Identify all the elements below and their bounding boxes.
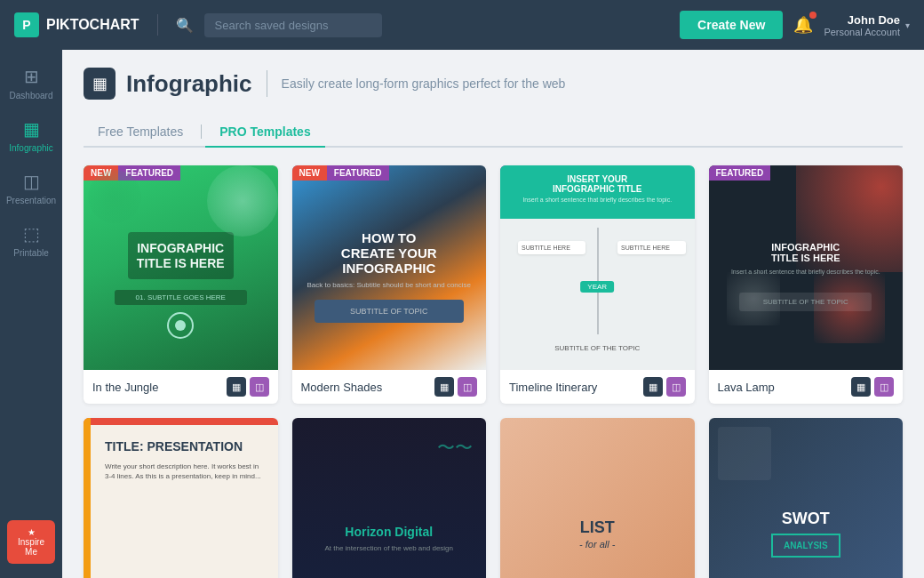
template-card-list[interactable]: LIST - for all - List For All ▦ ◫ xyxy=(500,418,695,578)
sidebar-label-printable: Printable xyxy=(13,248,48,258)
template-name-jungle: In the Jungle xyxy=(92,381,158,394)
inspire-me-button[interactable]: ★ Inspire Me xyxy=(7,520,55,564)
jungle-subtitle-bar: 01. SUBTITLE GOES HERE xyxy=(115,290,247,305)
timeline-year-badge: YEAR xyxy=(580,281,614,293)
infographic-action-btn2[interactable]: ▦ xyxy=(434,377,454,397)
list-subtitle-text: - for all - xyxy=(579,539,615,550)
jungle-dot xyxy=(175,320,186,331)
horizon-decoration: 〜〜 xyxy=(437,436,473,460)
presentation-action-btn3[interactable]: ◫ xyxy=(666,377,686,397)
infographic-action-btn[interactable]: ▦ xyxy=(227,377,246,397)
sidebar-item-infographic[interactable]: ▦ Infographic xyxy=(0,109,62,162)
timeline-header-sub: Insert a short sentence that briefly des… xyxy=(500,197,695,203)
template-card-swot[interactable]: SWOT ANALYSIS SWOT Analysis ▦ ◫ xyxy=(709,418,904,578)
jungle-thumb-content: INFOGRAPHICTITLE IS HERE 01. SUBTITLE GO… xyxy=(84,165,278,370)
page-type-icon: ▦ xyxy=(84,68,116,100)
template-thumb-horizon: 〜〜 Horizon Digital At the intersection o… xyxy=(292,418,487,578)
sidebar-item-presentation[interactable]: ◫ Presentation xyxy=(0,162,62,214)
lava-subtitle-box: SUBTITLE OF THE TOPIC xyxy=(739,293,872,311)
timeline-box1: SUBTITLE HERE xyxy=(518,241,585,254)
template-actions-timeline: ▦ ◫ xyxy=(643,377,686,397)
lava-subtitle: Insert a short sentence that briefly des… xyxy=(731,269,880,275)
page-title: Infographic xyxy=(126,70,252,98)
template-card-timeline[interactable]: FEATURED INSERT YOURINFOGRAPHIC TITLE In… xyxy=(500,165,695,404)
template-name-lavalamp: Lava Lamp xyxy=(718,381,775,394)
swot-thumb-content: SWOT ANALYSIS xyxy=(709,418,904,578)
template-actions-lavalamp: ▦ ◫ xyxy=(851,377,894,397)
template-card-horizon[interactable]: 〜〜 Horizon Digital At the intersection o… xyxy=(292,418,487,578)
timeline-box1-text: SUBTITLE HERE xyxy=(522,245,582,251)
timeline-thumb-content: INSERT YOURINFOGRAPHIC TITLE Insert a sh… xyxy=(500,165,695,370)
jungle-title-box: INFOGRAPHICTITLE IS HERE xyxy=(128,232,234,280)
swot-box: ANALYSIS xyxy=(771,534,840,558)
template-thumb-presentation: TITLE: PRESENTATION Write your short des… xyxy=(84,418,278,578)
template-footer-modern: Modern Shades ▦ ◫ xyxy=(292,370,487,404)
presentation-thumb-content: TITLE: PRESENTATION Write your short des… xyxy=(84,418,278,578)
template-footer-lavalamp: Lava Lamp ▦ ◫ xyxy=(709,370,904,404)
notification-bell[interactable]: 🔔 xyxy=(793,15,813,35)
header-divider xyxy=(267,70,267,97)
page-title-group: ▦ Infographic xyxy=(84,68,252,100)
main-layout: ⊞ Dashboard ▦ Infographic ◫ Presentation… xyxy=(0,50,924,578)
pres-top-bar xyxy=(84,418,278,425)
search-input[interactable] xyxy=(204,13,382,37)
create-new-button[interactable]: Create New xyxy=(680,11,783,39)
tab-pro-templates[interactable]: PRO Templates xyxy=(205,117,324,148)
modern-title-text: HOW TOCREATE YOURINFOGRAPHIC xyxy=(307,230,471,276)
search-icon[interactable]: 🔍 xyxy=(176,17,194,34)
jungle-subtitle-text: 01. SUBTITLE GOES HERE xyxy=(118,293,243,301)
template-card-lavalamp[interactable]: FEATURED INFOGRAPHICTITLE IS HERE Insert… xyxy=(709,165,904,404)
template-thumb-lavalamp: FEATURED INFOGRAPHICTITLE IS HERE Insert… xyxy=(709,165,904,370)
pres-left-bar xyxy=(84,418,91,578)
chevron-down-icon: ▾ xyxy=(905,20,910,30)
modern-title-area: HOW TOCREATE YOURINFOGRAPHIC Back to bas… xyxy=(307,230,471,289)
tab-free-templates[interactable]: Free Templates xyxy=(84,117,197,148)
pres-content: TITLE: PRESENTATION Write your short des… xyxy=(91,425,278,578)
infographic-action-btn4[interactable]: ▦ xyxy=(851,377,871,397)
lava-title-text: INFOGRAPHICTITLE IS HERE xyxy=(731,242,880,263)
sidebar-label-dashboard: Dashboard xyxy=(10,91,53,100)
template-thumb-swot: SWOT ANALYSIS xyxy=(709,418,904,578)
top-nav: P PIKTOCHART 🔍 Create New 🔔 John Doe Per… xyxy=(0,0,924,50)
jungle-circle-icon xyxy=(167,312,194,339)
user-account: Personal Account xyxy=(824,27,900,37)
logo[interactable]: P PIKTOCHART xyxy=(14,12,139,37)
swot-title-area: SWOT ANALYSIS xyxy=(771,510,840,558)
template-thumb-modern: NEW FEATURED HOW TOCREATE YOURINFOGRAPHI… xyxy=(292,165,487,370)
presentation-action-btn4[interactable]: ◫ xyxy=(874,377,894,397)
user-name: John Doe xyxy=(824,13,900,27)
page-subtitle: Easily create long-form graphics perfect… xyxy=(282,76,566,91)
template-name-modern: Modern Shades xyxy=(301,381,383,394)
user-menu[interactable]: John Doe Personal Account ▾ xyxy=(824,13,910,37)
logo-text: PIKTOCHART xyxy=(46,17,139,33)
sidebar-label-infographic: Infographic xyxy=(9,143,52,153)
sidebar: ⊞ Dashboard ▦ Infographic ◫ Presentation… xyxy=(0,50,62,578)
lava-subtitle-box-text: SUBTITLE OF THE TOPIC xyxy=(745,298,866,306)
template-tabs: Free Templates PRO Templates xyxy=(84,117,903,148)
notification-badge xyxy=(809,12,816,19)
template-thumb-timeline: FEATURED INSERT YOURINFOGRAPHIC TITLE In… xyxy=(500,165,695,370)
sidebar-item-dashboard[interactable]: ⊞ Dashboard xyxy=(0,57,62,109)
swot-box-text: ANALYSIS xyxy=(784,541,828,550)
pres-title-text: TITLE: PRESENTATION xyxy=(105,439,264,454)
timeline-bottom-label: SUBTITLE OF THE TOPIC xyxy=(500,344,695,352)
template-card-jungle[interactable]: NEW FEATURED INFOGRAPHICTITLE IS HERE 01… xyxy=(84,165,278,404)
template-card-presentation[interactable]: TITLE: PRESENTATION Write your short des… xyxy=(84,418,278,578)
jungle-title-text: INFOGRAPHICTITLE IS HERE xyxy=(137,241,225,271)
timeline-box2-text: SUBTITLE HERE xyxy=(621,245,681,251)
presentation-action-btn[interactable]: ◫ xyxy=(250,377,269,397)
template-actions-jungle: ▦ ◫ xyxy=(227,377,269,397)
presentation-action-btn2[interactable]: ◫ xyxy=(458,377,477,397)
timeline-header-text-area: INSERT YOURINFOGRAPHIC TITLE Insert a sh… xyxy=(500,174,695,203)
presentation-icon: ◫ xyxy=(23,171,40,192)
template-card-modern[interactable]: NEW FEATURED HOW TOCREATE YOURINFOGRAPHI… xyxy=(292,165,487,404)
timeline-box2: SUBTITLE HERE xyxy=(617,241,685,254)
infographic-action-btn3[interactable]: ▦ xyxy=(643,377,663,397)
list-thumb-content: LIST - for all - xyxy=(500,418,695,578)
logo-icon: P xyxy=(14,12,39,37)
timeline-bottom-text: SUBTITLE OF THE TOPIC xyxy=(500,344,695,352)
infographic-icon: ▦ xyxy=(23,118,40,140)
horizon-title-area: Horizon Digital At the intersection of t… xyxy=(324,525,453,552)
horizon-title-text: Horizon Digital xyxy=(324,525,453,539)
sidebar-item-printable[interactable]: ⬚ Printable xyxy=(0,214,62,267)
